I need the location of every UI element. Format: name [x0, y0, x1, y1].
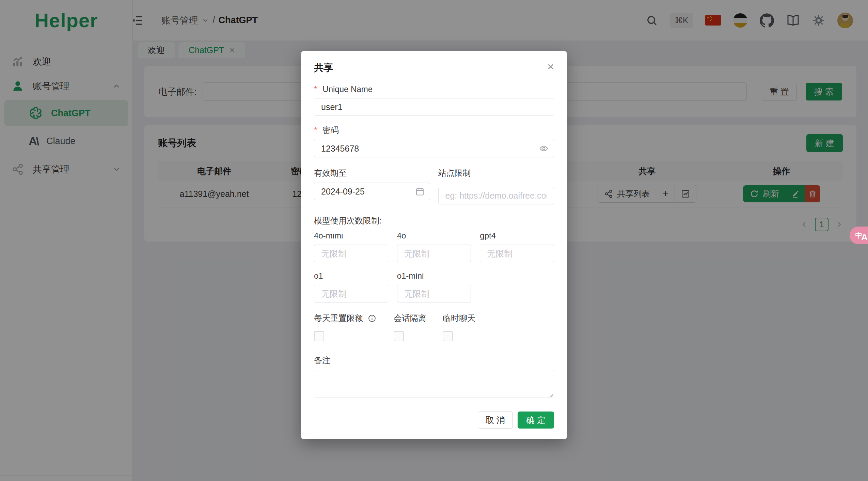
modal-close-icon[interactable]: × [547, 61, 554, 72]
eye-icon[interactable] [539, 144, 549, 153]
daily-reset-label: 每天重置限额 [314, 313, 394, 324]
model-limits-label: 模型使用次数限制: [314, 215, 554, 226]
translate-float-button[interactable]: 中 A [850, 227, 868, 244]
remark-label: 备注 [314, 355, 554, 366]
unique-name-label: Unique Name [314, 84, 554, 94]
temp-chat-checkbox[interactable] [443, 331, 453, 341]
app-root: Helper 欢迎 账号管理 [0, 0, 868, 481]
password-label: 密码 [314, 125, 554, 136]
model-label-o1-mini: o1-mini [397, 271, 471, 281]
calendar-icon[interactable] [415, 187, 425, 196]
model-limit-input-4o-mimi[interactable] [314, 245, 388, 262]
daily-reset-checkbox[interactable] [314, 331, 324, 341]
model-label-4o: 4o [397, 231, 471, 240]
password-input[interactable] [314, 140, 554, 157]
model-label-4o-mimi: 4o-mimi [314, 231, 388, 240]
model-limit-input-gpt4[interactable] [480, 245, 554, 262]
model-limit-input-o1[interactable] [314, 285, 388, 302]
site-limit-label: 站点限制 [438, 168, 554, 179]
model-limit-input-4o[interactable] [397, 245, 471, 262]
remark-textarea[interactable] [314, 370, 554, 398]
expiry-date-input[interactable] [314, 183, 430, 200]
cancel-button[interactable]: 取 消 [478, 412, 513, 429]
model-label-o1: o1 [314, 271, 388, 281]
model-label-gpt4: gpt4 [480, 231, 554, 240]
unique-name-input[interactable] [314, 98, 554, 116]
info-icon[interactable] [368, 314, 376, 323]
model-limit-input-o1-mini[interactable] [397, 285, 471, 302]
session-isolation-label: 会话隔离 [394, 313, 443, 324]
share-modal: 共享 × Unique Name 密码 有效期至 站点 [301, 51, 567, 439]
site-limit-input[interactable] [438, 187, 554, 204]
session-isolation-checkbox[interactable] [394, 331, 404, 341]
confirm-button[interactable]: 确 定 [518, 412, 554, 429]
expiry-label: 有效期至 [314, 168, 430, 179]
modal-title: 共享 [314, 61, 333, 74]
temp-chat-label: 临时聊天 [443, 313, 475, 324]
